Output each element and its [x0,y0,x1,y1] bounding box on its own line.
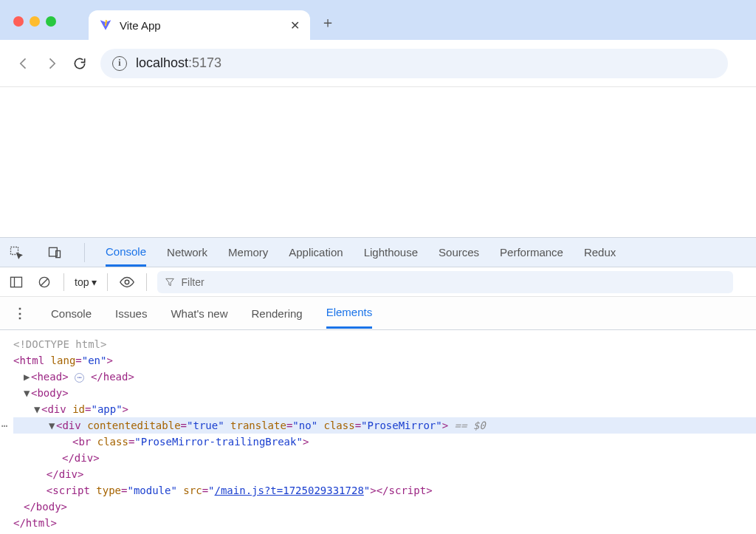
dom-div-app[interactable]: ▼<div id="app"> [13,401,756,417]
tab-application[interactable]: Application [289,239,343,265]
back-button[interactable] [16,56,31,71]
devtools-main-tabbar: Console Network Memory Application Light… [0,238,756,267]
devtools-panel: Console Network Memory Application Light… [0,237,756,534]
context-label: top [75,276,89,288]
inspect-element-icon[interactable] [7,244,25,261]
console-toolbar: top ▾ Filter [0,267,756,297]
vite-logo-icon [99,18,112,32]
tab-title: Vite App [120,19,283,32]
dom-body-close[interactable]: </body> [13,499,756,515]
url-port: :5173 [188,55,221,70]
filter-placeholder: Filter [181,276,204,288]
dom-html-close[interactable]: </html> [13,515,756,531]
tab-network[interactable]: Network [167,239,207,265]
drawer-tab-issues[interactable]: Issues [115,299,147,328]
tab-performance[interactable]: Performance [500,239,563,265]
close-tab-icon[interactable]: ✕ [290,18,300,32]
dom-br-node[interactable]: <br class="ProseMirror-trailingBreak"> [13,434,756,450]
browser-toolbar: i localhost:5173 [0,40,756,87]
drawer-tab-rendering[interactable]: Rendering [251,299,302,328]
tab-console[interactable]: Console [106,239,146,267]
tab-memory[interactable]: Memory [228,239,268,265]
svg-point-7 [126,280,130,284]
maximize-window-button[interactable] [46,16,56,27]
drawer-tab-whatsnew[interactable]: What's new [171,299,227,328]
reload-button[interactable] [72,56,87,71]
dom-div-close-1[interactable]: </div> [13,450,756,466]
dom-selected-node[interactable]: ⋯▼<div contenteditable="true" translate=… [13,417,756,434]
divider [84,243,85,262]
tab-lighthouse[interactable]: Lighthouse [364,239,418,265]
dom-html-open[interactable]: <html lang="en"> [13,352,756,369]
minimize-window-button[interactable] [30,16,40,27]
drawer-tab-console[interactable]: Console [51,299,92,328]
drawer-more-icon[interactable]: ⋮ [13,305,27,321]
url-text: localhost:5173 [136,55,221,71]
browser-tab-strip: Vite App ✕ ＋ [0,0,756,40]
tab-sources[interactable]: Sources [439,239,479,265]
device-toolbar-icon[interactable] [46,244,63,261]
divider [146,273,147,291]
page-viewport[interactable] [0,87,756,237]
devtools-drawer-tabbar: ⋮ Console Issues What's new Rendering El… [0,297,756,330]
svg-line-6 [41,278,48,286]
forward-button[interactable] [44,56,59,71]
filter-input[interactable]: Filter [157,271,733,293]
new-tab-button[interactable]: ＋ [320,13,335,32]
elements-dom-tree[interactable]: <!DOCTYPE html> <html lang="en"> ▶<head>… [0,330,756,534]
drawer-tab-elements[interactable]: Elements [326,298,373,329]
window-controls [13,16,56,27]
context-selector[interactable]: top ▾ [75,276,97,288]
dom-head[interactable]: ▶<head> ⋯ </head> [13,369,756,385]
close-window-button[interactable] [13,16,24,27]
dom-doctype[interactable]: <!DOCTYPE html> [13,338,106,350]
live-expression-icon[interactable] [118,273,136,291]
browser-tab[interactable]: Vite App ✕ [89,10,310,40]
funnel-icon [165,277,175,287]
dom-div-close-2[interactable]: </div> [13,466,756,482]
url-host: localhost [136,55,188,70]
divider [107,273,108,291]
divider [63,273,64,291]
site-info-icon[interactable]: i [112,56,127,71]
dom-script-node[interactable]: <script type="module" src="/main.js?t=17… [13,482,756,499]
svg-rect-3 [11,277,22,287]
tab-redux[interactable]: Redux [584,239,616,265]
toggle-sidebar-icon[interactable] [7,273,25,291]
address-bar[interactable]: i localhost:5173 [100,49,728,78]
dom-body-open[interactable]: ▼<body> [13,385,756,401]
clear-console-icon[interactable] [35,273,53,291]
chevron-down-icon: ▾ [92,276,97,288]
